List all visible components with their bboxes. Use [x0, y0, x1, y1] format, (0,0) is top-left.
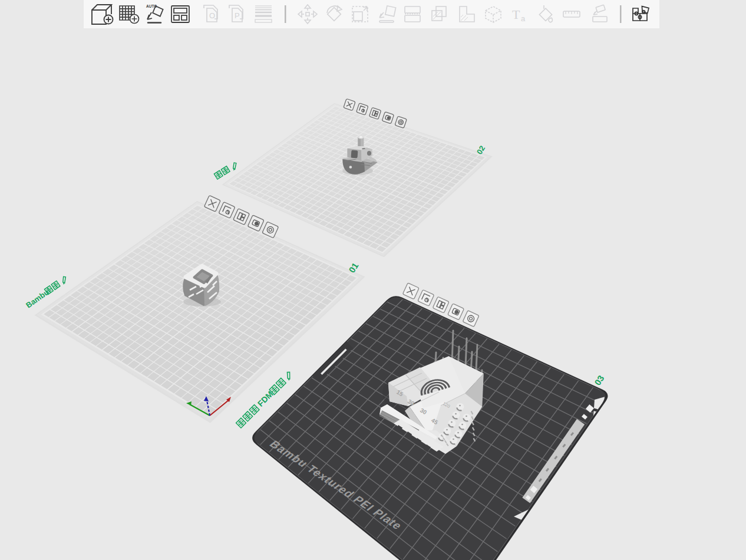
- svg-text:O: O: [209, 11, 215, 20]
- svg-text:a: a: [521, 14, 526, 23]
- svg-text:P: P: [235, 11, 240, 20]
- svg-text:AUTO: AUTO: [146, 4, 157, 8]
- svg-text:T: T: [512, 7, 520, 22]
